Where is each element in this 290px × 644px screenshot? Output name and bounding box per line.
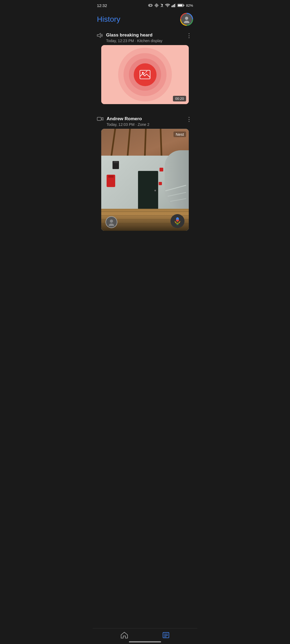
video-camera-icon xyxy=(97,116,103,123)
svg-point-17 xyxy=(184,21,189,23)
svg-rect-8 xyxy=(156,6,157,7)
user-avatar[interactable] xyxy=(180,13,193,26)
svg-rect-12 xyxy=(175,3,176,7)
nest-badge: Nest xyxy=(173,131,186,137)
svg-rect-10 xyxy=(173,5,173,7)
svg-point-16 xyxy=(185,17,188,20)
duration-badge: 00:20 xyxy=(173,96,186,101)
svg-rect-7 xyxy=(157,5,158,6)
camera-scene: Nest xyxy=(101,129,189,231)
curved-wall xyxy=(165,150,189,209)
camera-image: Nest xyxy=(101,129,189,231)
svg-point-25 xyxy=(109,224,114,226)
wifi-icon xyxy=(165,3,170,7)
person-avatar-small xyxy=(106,216,117,228)
event-info-1: Glass breaking heard Today, 12:23 PM · K… xyxy=(106,32,162,43)
bluetooth-icon xyxy=(160,3,164,8)
event-title-2: Andrew Romero xyxy=(107,116,149,122)
camera-card[interactable]: Nest xyxy=(101,129,189,231)
event-info-2: Andrew Romero Today, 12:03 PM · Zone 2 xyxy=(107,116,149,127)
speaker-icon xyxy=(97,33,103,39)
extinguisher-top xyxy=(108,175,114,178)
status-bar: 12:32 xyxy=(93,0,197,10)
more-menu-1[interactable]: ⋮ xyxy=(185,32,193,39)
svg-rect-9 xyxy=(172,6,172,7)
svg-marker-18 xyxy=(97,33,100,38)
page-title: History xyxy=(97,15,120,24)
event-meta-1: Today, 12:23 PM · Kitchen display xyxy=(106,39,162,43)
status-icons: 82% xyxy=(148,3,193,8)
battery-icon xyxy=(177,3,184,7)
svg-point-4 xyxy=(151,5,152,6)
svg-rect-5 xyxy=(155,5,156,6)
alarm-device-2 xyxy=(159,182,162,185)
page-header: History xyxy=(93,10,197,29)
event-left-2: Andrew Romero Today, 12:03 PM · Zone 2 xyxy=(97,116,149,127)
svg-rect-27 xyxy=(176,219,179,222)
svg-rect-14 xyxy=(183,5,184,6)
svg-line-22 xyxy=(146,71,147,72)
svg-line-21 xyxy=(143,73,145,75)
event-header-1: Glass breaking heard Today, 12:23 PM · K… xyxy=(97,32,193,43)
event-header-2: Andrew Romero Today, 12:03 PM · Zone 2 ⋮ xyxy=(97,116,193,127)
svg-point-20 xyxy=(142,72,144,74)
more-menu-2[interactable]: ⋮ xyxy=(185,116,193,123)
mic-button[interactable] xyxy=(171,214,184,228)
audio-card-inner: 00:20 xyxy=(101,45,189,104)
light-top xyxy=(114,161,118,163)
bottom-padding xyxy=(93,233,197,254)
status-time: 12:32 xyxy=(97,3,107,8)
battery-text: 82% xyxy=(186,3,193,8)
svg-rect-11 xyxy=(174,4,175,7)
door xyxy=(138,171,158,210)
audio-alert-card[interactable]: 00:20 xyxy=(101,45,189,104)
broken-image-icon xyxy=(138,68,152,82)
svg-rect-6 xyxy=(156,4,157,5)
event-item-1: Glass breaking heard Today, 12:23 PM · K… xyxy=(93,29,197,111)
avatar-image xyxy=(181,14,192,25)
event-item-2: Andrew Romero Today, 12:03 PM · Zone 2 ⋮ xyxy=(93,113,197,233)
svg-rect-23 xyxy=(97,117,101,120)
event-meta-2: Today, 12:03 PM · Zone 2 xyxy=(107,122,149,127)
game-icon xyxy=(148,3,153,7)
event-left-1: Glass breaking heard Today, 12:23 PM · K… xyxy=(97,32,162,43)
wall-light xyxy=(113,161,119,169)
svg-point-24 xyxy=(110,219,113,223)
event-title-1: Glass breaking heard xyxy=(106,32,162,38)
alarm-device-1 xyxy=(160,168,163,171)
slack-icon xyxy=(154,3,159,8)
signal-icon xyxy=(172,3,176,7)
door-knob xyxy=(154,190,156,191)
svg-rect-15 xyxy=(178,5,182,6)
camera-bottom-overlay xyxy=(101,212,189,231)
fire-extinguisher xyxy=(107,175,115,187)
svg-point-3 xyxy=(151,5,151,5)
